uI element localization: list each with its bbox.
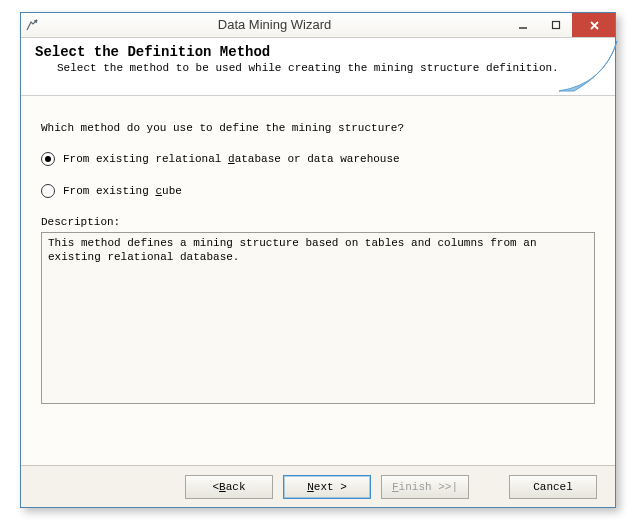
radio-label-relational: From existing relational database or dat… bbox=[63, 153, 400, 165]
minimize-button[interactable] bbox=[506, 13, 539, 37]
close-button[interactable] bbox=[572, 13, 615, 37]
svg-rect-1 bbox=[553, 22, 560, 29]
close-icon bbox=[589, 20, 600, 31]
wizard-graphic-icon bbox=[549, 36, 619, 99]
wizard-window: Data Mining Wizard Select the Definition… bbox=[20, 12, 616, 508]
cancel-button[interactable]: Cancel bbox=[509, 475, 597, 499]
maximize-icon bbox=[551, 20, 561, 30]
minimize-icon bbox=[518, 20, 528, 30]
description-textbox: This method defines a mining structure b… bbox=[41, 232, 595, 404]
question-label: Which method do you use to define the mi… bbox=[41, 122, 595, 134]
wizard-header: Select the Definition Method Select the … bbox=[21, 38, 615, 96]
app-icon bbox=[21, 13, 43, 37]
radio-icon bbox=[41, 152, 55, 166]
wizard-content: Which method do you use to define the mi… bbox=[21, 96, 615, 414]
radio-option-relational[interactable]: From existing relational database or dat… bbox=[41, 152, 595, 166]
radio-option-cube[interactable]: From existing cube bbox=[41, 184, 595, 198]
window-control-buttons bbox=[506, 13, 615, 37]
titlebar: Data Mining Wizard bbox=[21, 13, 615, 38]
radio-label-cube: From existing cube bbox=[63, 185, 182, 197]
next-button[interactable]: Next > bbox=[283, 475, 371, 499]
radio-icon bbox=[41, 184, 55, 198]
description-label: Description: bbox=[41, 216, 595, 228]
back-button[interactable]: < Back bbox=[185, 475, 273, 499]
wizard-button-bar: < Back Next > Finish >>| Cancel bbox=[21, 465, 615, 507]
wizard-header-subtitle: Select the method to be used while creat… bbox=[57, 62, 601, 74]
wizard-header-title: Select the Definition Method bbox=[35, 44, 601, 60]
maximize-button[interactable] bbox=[539, 13, 572, 37]
finish-button: Finish >>| bbox=[381, 475, 469, 499]
window-title: Data Mining Wizard bbox=[43, 13, 506, 37]
